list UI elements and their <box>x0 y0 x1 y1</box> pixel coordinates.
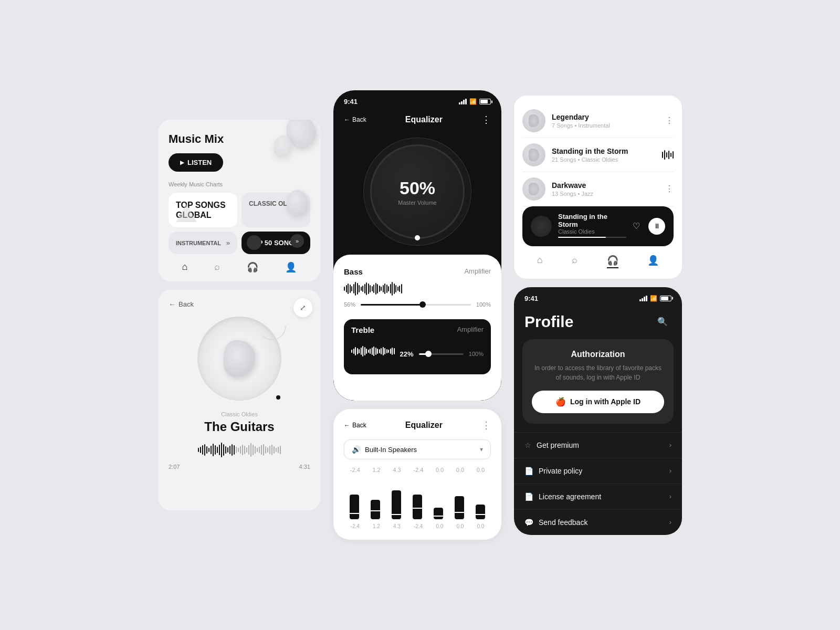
np-track-info: Standing in the Storm Classic Oldies <box>558 213 626 240</box>
nav-profile-icon[interactable]: 👤 <box>285 261 297 273</box>
top50-arrow[interactable]: » <box>290 234 304 248</box>
bass-wave-bar-24 <box>388 286 389 291</box>
treble-wave-bar-22 <box>392 348 393 355</box>
np-play-button[interactable]: ⏸ <box>648 218 665 235</box>
eq-bar-group-5 <box>455 496 464 519</box>
wave-bar-34 <box>269 446 270 454</box>
freq-label-top-3: -2.4 <box>413 467 423 473</box>
wave-bar-21 <box>242 445 243 455</box>
instrumental-label: INSTRUMENTAL <box>176 240 221 246</box>
feedback-menu-item[interactable]: 💬 Send feedback › <box>514 509 682 535</box>
treble-slider-thumb[interactable] <box>425 351 432 357</box>
license-arrow-icon: › <box>669 492 671 500</box>
standing-title: Standing in the Storm <box>552 147 656 155</box>
wave-bar-8 <box>215 445 216 455</box>
listen-button[interactable]: LISTEN <box>169 153 223 172</box>
treble-wave-bar-21 <box>390 349 391 354</box>
top50-cell[interactable]: TOP 50 SONGS » <box>242 232 310 254</box>
nav2-search-icon[interactable]: ⌕ <box>572 255 578 268</box>
treble-wave-bar-10 <box>370 349 371 354</box>
bass-wave-bar-7 <box>357 283 358 295</box>
bass-wave-bar-11 <box>364 284 365 293</box>
freq-label-top-0: -2.4 <box>350 467 360 473</box>
instrumental-arrow[interactable]: » <box>226 239 230 247</box>
treble-wave-bar-8 <box>366 349 367 354</box>
freq-label-top-6: 0.0 <box>477 467 485 473</box>
waveform <box>169 442 310 458</box>
airpod-decoration <box>224 340 255 377</box>
classic-oldies-cell[interactable]: CLASSIC OLDIES <box>242 193 310 227</box>
wave-bar-24 <box>248 445 249 455</box>
speaker-selector[interactable]: 🔊 Built-In Speakers ▾ <box>344 439 491 459</box>
darkwave-meta: 13 Songs • Jazz <box>552 191 659 197</box>
eq-volume-knob[interactable]: 50% Master Volume <box>370 144 465 239</box>
top-songs-cell[interactable]: TOP SONGS GLOBAL <box>169 193 237 227</box>
treble-wave-bar-2 <box>355 347 356 355</box>
bass-slider-track[interactable] <box>361 304 471 306</box>
back-button[interactable]: ← Back <box>169 300 310 308</box>
nav2-profile-icon[interactable]: 👤 <box>647 255 659 268</box>
treble-slider-track[interactable] <box>419 353 464 355</box>
bass-wave-bar-12 <box>366 282 367 295</box>
bass-wave-bar-8 <box>359 285 360 292</box>
status-icons-dark: 📶 <box>459 98 491 105</box>
darkwave-more-button[interactable]: ⋮ <box>665 184 674 194</box>
privacy-menu-item[interactable]: 📄 Private policy › <box>514 458 682 484</box>
wave-bar-28 <box>257 448 258 452</box>
eq-volume-section: 50% Master Volume <box>333 134 501 255</box>
treble-label: Treble <box>351 326 374 334</box>
freq-label-bottom-4: 0.0 <box>436 523 443 529</box>
bass-wave-bar-14 <box>370 285 371 292</box>
np-thumbnail <box>531 216 552 237</box>
instrumental-cell[interactable]: INSTRUMENTAL » <box>169 232 237 254</box>
apple-login-button[interactable]: 🍎 Log in with Apple ID <box>532 391 664 413</box>
nav-home-icon[interactable]: ⌂ <box>182 261 188 273</box>
treble-waveform <box>351 344 395 359</box>
bass-wave-bar-17 <box>375 283 376 295</box>
pause-icon: ⏸ <box>654 222 660 230</box>
nav-search-icon[interactable]: ⌕ <box>214 261 220 273</box>
eq2-back-button[interactable]: ← Back <box>344 422 366 429</box>
eq-title: Equalizer <box>405 115 443 124</box>
wave-bar-22 <box>244 446 245 454</box>
legendary-more-button[interactable]: ⋮ <box>665 116 674 125</box>
profile-signal-3 <box>644 297 645 301</box>
eq-header: ← Back Equalizer ⋮ <box>333 110 501 134</box>
wifi-icon: 📶 <box>469 98 477 105</box>
eq2-more-button[interactable]: ⋮ <box>481 419 491 431</box>
profile-search-button[interactable]: 🔍 <box>654 313 671 331</box>
bass-wave-bar-21 <box>383 285 384 292</box>
nav2-home-icon[interactable]: ⌂ <box>537 255 543 268</box>
wave-bar-15 <box>229 446 230 454</box>
license-menu-item[interactable]: 📄 License agreement › <box>514 484 682 509</box>
bass-wave-bar-0 <box>344 287 345 291</box>
np-heart-button[interactable]: ♡ <box>633 221 640 231</box>
bass-wave-bar-25 <box>390 284 391 293</box>
now-playing-card: ← Back ⤢ Classic Oldies The Guitars 2:07… <box>158 290 321 510</box>
profile-wifi-icon: 📶 <box>650 295 657 302</box>
legendary-thumb <box>522 109 545 132</box>
freq-label-top-5: 0.0 <box>456 467 464 473</box>
treble-wave-bar-15 <box>379 349 380 353</box>
nav-headphones-icon[interactable]: 🎧 <box>247 261 258 273</box>
nav2-headphones-icon[interactable]: 🎧 <box>607 255 618 268</box>
bass-slider-thumb[interactable] <box>419 301 426 308</box>
back-arrow-icon: ← <box>169 300 175 308</box>
treble-wave-bar-6 <box>362 346 363 356</box>
wave-bar-33 <box>267 447 268 453</box>
eq-bar-group-4 <box>434 508 443 519</box>
playlist-item-standing: Standing in the Storm 21 Songs • Classic… <box>522 138 674 172</box>
share-button[interactable]: ⤢ <box>293 298 312 317</box>
premium-menu-item[interactable]: ☆ Get premium › <box>514 432 682 458</box>
treble-amplifier-label: Amplifier <box>457 326 484 334</box>
profile-header: Profile 🔍 <box>514 307 682 339</box>
wave-bar-0 <box>198 448 199 452</box>
eq-bar-up-1 <box>371 500 380 510</box>
eq-back-button[interactable]: ← Back <box>344 116 366 123</box>
eq-bar-group-1 <box>371 500 380 519</box>
np-progress-bar[interactable] <box>558 237 626 238</box>
profile-battery-fill <box>661 297 668 300</box>
eq-more-button[interactable]: ⋮ <box>481 114 491 125</box>
bass-wave-bar-26 <box>392 282 393 296</box>
bass-wave-bar-15 <box>372 286 373 291</box>
